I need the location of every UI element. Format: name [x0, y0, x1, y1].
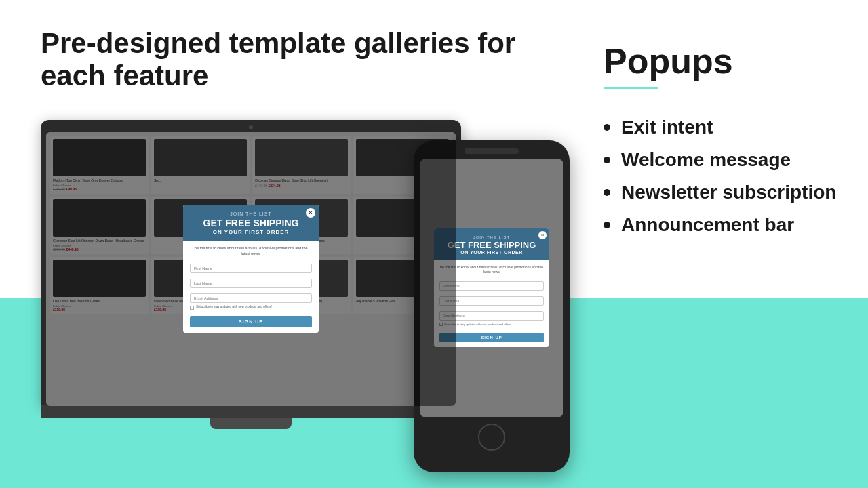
phone-home-button[interactable] — [478, 424, 505, 451]
laptop-screen: Platform Top Divan Base Only Drawer Opti… — [46, 132, 456, 406]
laptop-camera — [249, 125, 253, 129]
bullet-label: Exit intent — [621, 117, 713, 138]
bullet-label: Welcome message — [621, 149, 791, 171]
page-title: Pre-designed template galleries for each… — [41, 27, 583, 93]
section-title: Popups — [604, 41, 841, 81]
section-underline — [604, 87, 658, 89]
popup-subtitle: ON YOUR FIRST ORDER — [191, 229, 311, 235]
popup-email-input[interactable] — [190, 293, 312, 303]
left-section: Pre-designed template galleries for each… — [0, 0, 583, 488]
bullet-label: Newsletter subscription — [621, 182, 836, 203]
popup-join-text: JOIN THE LIST — [191, 211, 311, 216]
list-item: Welcome message — [604, 149, 841, 171]
popup-last-name-input[interactable] — [190, 279, 312, 288]
phone-popup-subtitle: ON YOUR FIRST ORDER — [441, 250, 542, 255]
content-wrapper: Pre-designed template galleries for each… — [0, 0, 868, 488]
bullet-dot — [604, 189, 610, 196]
popup-title: GET FREE SHIPPING — [191, 218, 311, 228]
bullet-dot — [604, 222, 610, 228]
laptop-base — [41, 405, 461, 418]
list-item: Announcement bar — [604, 214, 841, 236]
bullet-dot — [604, 157, 610, 163]
popup-close-button[interactable]: × — [306, 208, 315, 218]
popup-checkbox-row: Subscribe to stay updated with new produ… — [190, 305, 312, 310]
popup-subscribe-checkbox[interactable] — [190, 306, 194, 310]
phone-popup-title: GET FREE SHIPPING — [441, 241, 542, 250]
list-item: Exit intent — [604, 117, 841, 138]
laptop-stand — [210, 418, 292, 429]
popup-header: JOIN THE LIST GET FREE SHIPPING ON YOUR … — [183, 205, 319, 240]
device-container: Platform Top Divan Base Only Drawer Opti… — [41, 120, 583, 472]
right-section: Popups Exit intent Welcome message Newsl… — [583, 0, 868, 488]
bullet-list: Exit intent Welcome message Newsletter s… — [604, 117, 841, 236]
laptop-mockup: Platform Top Divan Base Only Drawer Opti… — [41, 120, 461, 432]
popup-signup-button[interactable]: SIGN UP — [190, 316, 312, 327]
phone-notch — [465, 148, 519, 154]
laptop-body: Platform Top Divan Base Only Drawer Opti… — [41, 120, 461, 405]
popup-body: Be the first to know about new arrivals,… — [183, 241, 319, 333]
phone-popup-close-button[interactable]: × — [538, 231, 547, 239]
popup-overlay: JOIN THE LIST GET FREE SHIPPING ON YOUR … — [46, 132, 456, 406]
list-item: Newsletter subscription — [604, 182, 841, 203]
bullet-label: Announcement bar — [621, 214, 794, 236]
popup-checkbox-label: Subscribe to stay updated with new produ… — [196, 305, 272, 309]
popup-description: Be the first to know about new arrivals,… — [190, 246, 312, 256]
bullet-dot — [604, 124, 610, 131]
phone-popup-join-text: JOIN THE LIST — [441, 235, 542, 239]
popup-first-name-input[interactable] — [190, 264, 312, 273]
popup-modal: JOIN THE LIST GET FREE SHIPPING ON YOUR … — [183, 205, 319, 332]
